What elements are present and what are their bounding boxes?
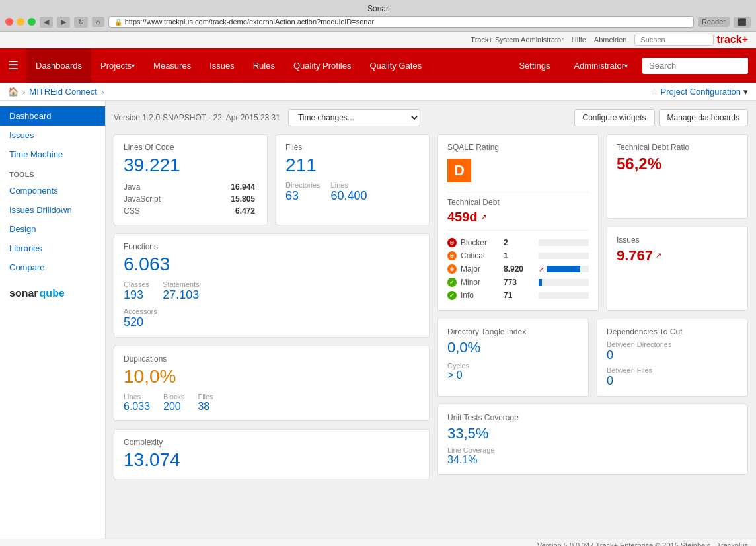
dup-blocks-label: Blocks xyxy=(163,393,184,401)
unit-tests-card: Unit Tests Coverage 33,5% Line Coverage … xyxy=(437,405,748,475)
functions-card: Functions 6.063 Classes 193 Statements 2… xyxy=(114,233,430,338)
severity-blocker: ⊗ Blocker 2 xyxy=(447,236,589,249)
nav-projects[interactable]: Projects xyxy=(91,48,144,83)
nav-issues[interactable]: Issues xyxy=(200,48,244,83)
minimize-button[interactable] xyxy=(17,18,24,26)
hamburger-menu[interactable]: ☰ xyxy=(8,58,19,73)
critical-count: 1 xyxy=(504,251,533,260)
dup-lines-value: 6.033 xyxy=(124,401,150,412)
logout-link[interactable]: Abmelden xyxy=(594,36,627,44)
sidebar-item-design[interactable]: Design xyxy=(0,219,105,239)
cycles-label: Cycles xyxy=(447,362,579,370)
sidebar-item-compare[interactable]: Compare xyxy=(0,258,105,277)
unit-tests-value: 33,5% xyxy=(447,425,738,442)
system-bar: Track+ System Administrator Hilfe Abmeld… xyxy=(0,32,756,48)
blocker-count: 2 xyxy=(504,238,533,247)
critical-label: Critical xyxy=(461,251,504,260)
address-bar[interactable]: 🔒 https://www.trackplus.com/track-demo/e… xyxy=(108,16,694,28)
severity-minor: ✓ Minor 773 xyxy=(447,276,589,289)
dropdown-icon: ▾ xyxy=(743,87,748,97)
metrics-row-1: Lines Of Code 39.221 Java 16.944 JavaScr… xyxy=(114,134,430,225)
sqale-title: SQALE Rating xyxy=(447,143,589,152)
files-value: 211 xyxy=(285,155,420,176)
nav-rules[interactable]: Rules xyxy=(244,48,284,83)
project-config[interactable]: ☆ Project Configuration ▾ xyxy=(650,87,748,97)
time-select[interactable]: Time changes... xyxy=(288,109,420,126)
breadcrumb-separator: › xyxy=(22,87,25,97)
dirs-label: Directories xyxy=(285,181,321,189)
nav-quality-gates[interactable]: Quality Gates xyxy=(360,48,431,83)
sidebar-item-issues[interactable]: Issues xyxy=(0,126,105,145)
configure-widgets-button[interactable]: Configure widgets xyxy=(574,109,655,126)
close-button[interactable] xyxy=(5,18,13,26)
refresh-button[interactable]: ↻ xyxy=(74,17,88,28)
blocker-label: Blocker xyxy=(461,238,504,247)
classes-label: Classes xyxy=(124,280,149,288)
sidebar-item-libraries[interactable]: Libraries xyxy=(0,239,105,258)
dup-lines-label: Lines xyxy=(124,393,150,401)
lines-of-code-card: Lines Of Code 39.221 Java 16.944 JavaScr… xyxy=(114,134,268,225)
loc-breakdown: Java 16.944 JavaScript 15.805 CSS 6.472 xyxy=(124,181,258,217)
minor-icon: ✓ xyxy=(447,278,457,287)
issues-value: 9.767 xyxy=(617,247,653,264)
tangle-value: 0,0% xyxy=(447,339,579,356)
breadcrumb-bar: 🏠 › MITREid Connect › ☆ Project Configur… xyxy=(0,83,756,101)
between-dir-value: 0 xyxy=(607,348,738,362)
sidebar-item-issues-drilldown[interactable]: Issues Drilldown xyxy=(0,200,105,219)
metrics-row-3: Duplications 10,0% Lines 6.033 Blocks 20… xyxy=(114,346,430,421)
url-text: https://www.trackplus.com/track-demo/ext… xyxy=(125,18,375,26)
dirs-value: 63 xyxy=(285,189,321,203)
metrics-row-2: Functions 6.063 Classes 193 Statements 2… xyxy=(114,233,430,338)
blocker-icon: ⊗ xyxy=(447,238,457,247)
complexity-title: Complexity xyxy=(124,438,420,447)
issues-title: Issues xyxy=(617,235,738,245)
functions-value: 6.063 xyxy=(124,254,420,275)
reader-button[interactable]: Reader xyxy=(698,17,730,27)
complexity-card: Complexity 13.074 xyxy=(114,429,430,479)
files-card: Files 211 Directories 63 Lines 60.400 xyxy=(276,134,430,225)
manage-dashboards-button[interactable]: Manage dashboards xyxy=(659,109,748,126)
tangle-card: Directory Tangle Index 0,0% Cycles > 0 xyxy=(437,319,589,397)
user-label: Track+ System Administrator xyxy=(471,36,564,44)
severity-list: ⊗ Blocker 2 ⊗ Critical 1 xyxy=(447,236,589,302)
version-label: Version 1.2.0-SNAPSHOT - 22. Apr 2015 23… xyxy=(114,113,280,122)
nav-settings[interactable]: Settings xyxy=(510,48,559,83)
nav-administrator[interactable]: Administrator xyxy=(564,48,637,83)
severity-info: ✓ Info 71 xyxy=(447,289,589,302)
project-config-label[interactable]: Project Configuration xyxy=(661,87,741,97)
duplications-card: Duplications 10,0% Lines 6.033 Blocks 20… xyxy=(114,346,430,421)
tdr-value: 56,2% xyxy=(617,155,738,173)
status-text: Version 5.0.0.247 Track+ Enterprise © 20… xyxy=(537,541,748,546)
breadcrumb: 🏠 › MITREid Connect › xyxy=(8,87,104,97)
maximize-button[interactable] xyxy=(28,18,36,26)
info-bar xyxy=(539,292,589,299)
nav-measures[interactable]: Measures xyxy=(144,48,200,83)
right-col2: Technical Debt Ratio 56,2% Issues 9.767 … xyxy=(607,134,748,311)
issues-arrow: ↗ xyxy=(656,251,662,260)
sidebar-logo: sonarqube xyxy=(0,277,105,310)
help-link[interactable]: Hilfe xyxy=(572,36,586,44)
breadcrumb-sep2: › xyxy=(101,87,104,97)
sidebar-tools-label: TOOLS xyxy=(0,164,105,181)
extensions-button[interactable]: ⬛ xyxy=(734,17,751,28)
sidebar-item-dashboard[interactable]: Dashboard xyxy=(0,106,105,126)
main-nav: Dashboards Projects Measures Issues Rule… xyxy=(26,48,431,83)
sonar-text: sonar xyxy=(9,288,38,299)
back-button[interactable]: ◀ xyxy=(40,17,53,28)
sqale-grade: D xyxy=(447,155,589,186)
major-count: 8.920 xyxy=(504,264,533,274)
nav-quality-profiles[interactable]: Quality Profiles xyxy=(284,48,360,83)
forward-button[interactable]: ▶ xyxy=(57,17,70,28)
breadcrumb-project[interactable]: MITREid Connect xyxy=(29,87,97,97)
sidebar-item-components[interactable]: Components xyxy=(0,181,105,200)
line-coverage-value: 34.1% xyxy=(447,454,738,466)
main-search-input[interactable] xyxy=(642,58,748,74)
system-search-input[interactable] xyxy=(634,34,714,46)
css-row: CSS 6.472 xyxy=(124,205,258,217)
tech-debt-title: Technical Debt xyxy=(447,198,589,207)
trackplus-logo: track+ xyxy=(716,34,748,46)
nav-dashboards[interactable]: Dashboards xyxy=(26,48,91,83)
major-label: Major xyxy=(461,264,504,274)
home-button[interactable]: ⌂ xyxy=(92,17,104,27)
sidebar-item-time-machine[interactable]: Time Machine xyxy=(0,145,105,164)
